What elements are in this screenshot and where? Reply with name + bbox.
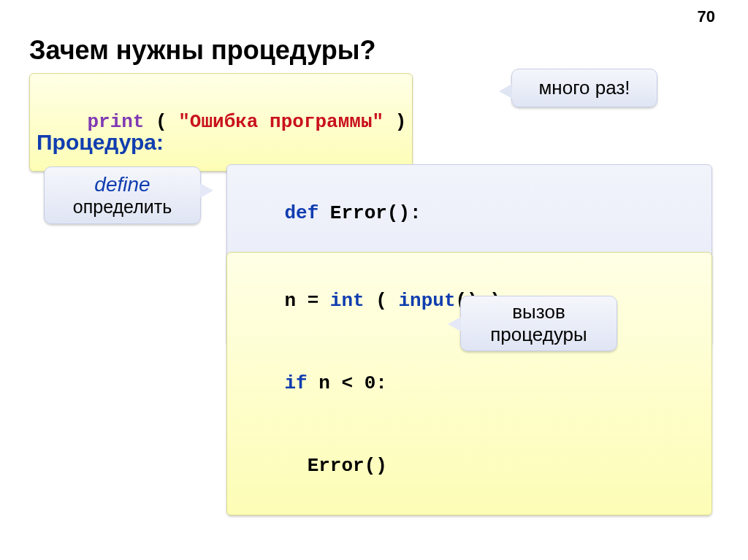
kw-if: if [284,372,307,394]
paren: ( [365,290,399,312]
indent [284,455,307,477]
callout-line1: define [52,173,193,196]
paren: ) [383,111,406,133]
callout-define: define определить [44,166,201,224]
page-number: 70 [698,7,715,26]
kw-def: def [284,202,318,224]
call-error: Error [308,455,365,477]
callout-line1: вызов [468,301,609,323]
cond: n < 0: [308,372,387,394]
callout-text: много раз! [538,77,630,99]
code-block-usage: n = int ( input() ) if n < 0: Error() [226,252,712,515]
label-procedure: Процедура: [37,130,164,155]
callout-line2: процедуры [468,323,609,346]
paren: () [365,455,387,477]
callout-call-procedure: вызов процедуры [460,296,617,351]
code-block-print: print ( "Ошибка программы" ) [29,73,413,172]
callout-line2: определить [52,196,193,218]
op-eq: = [308,290,330,312]
var-n: n [284,290,307,312]
kw-input: input [398,290,455,312]
string-lit: "Ошибка программы" [178,111,383,133]
kw-int: int [330,290,365,312]
callout-many-times: много раз! [511,69,657,107]
fn-name: Error(): [318,202,421,224]
slide-title: Зачем нужны процедуры? [29,35,375,66]
